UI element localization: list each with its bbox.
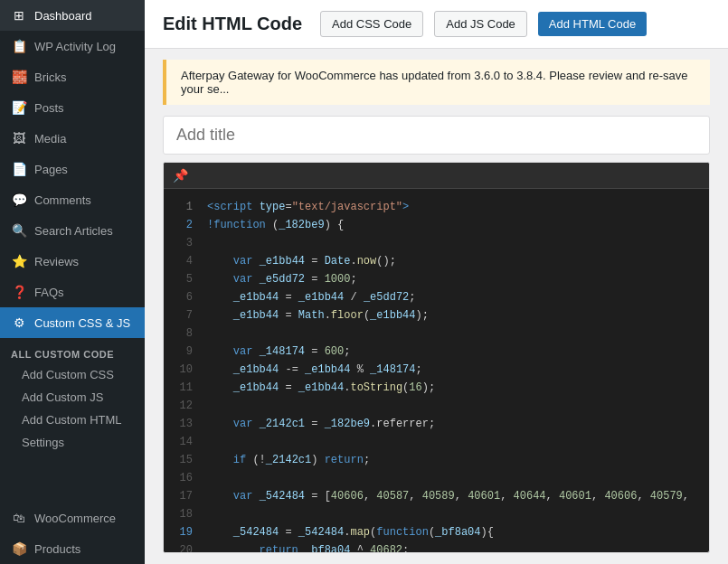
products-icon: 📦 [11,540,27,557]
add-css-button[interactable]: Add CSS Code [320,11,423,37]
sidebar: ⊞ Dashboard 📋 WP Activity Log 🧱 Bricks 📝… [0,0,145,564]
sidebar-item-products[interactable]: 📦 Products [0,533,145,564]
pages-icon: 📄 [11,161,27,177]
update-notice: Afterpay Gateway for WooCommerce has upd… [163,60,710,105]
sidebar-item-label: WP Activity Log [34,40,116,53]
sidebar-item-pages[interactable]: 📄 Pages [0,154,145,184]
bricks-icon: 🧱 [11,69,27,85]
sidebar-item-custom-css-js[interactable]: ⚙ Custom CSS & JS [0,307,145,338]
sidebar-item-label: Custom CSS & JS [34,316,130,330]
add-js-button[interactable]: Add JS Code [434,11,527,37]
sidebar-item-wp-activity-log[interactable]: 📋 WP Activity Log [0,31,145,61]
code-text[interactable]: <script type="text/javascript"> !functio… [200,189,709,552]
sidebar-sub-item-add-custom-css[interactable]: Add Custom CSS [0,363,145,386]
activity-log-icon: 📋 [11,38,27,54]
sidebar-sub-item-settings[interactable]: Settings [0,431,145,454]
sidebar-item-label: Media [34,132,66,146]
sidebar-item-woocommerce[interactable]: 🛍 WooCommerce [0,503,145,533]
code-editor: 📌 1 2 3 4 5 6 7 8 9 10 11 12 13 14 15 16 [163,162,710,553]
sidebar-item-label: Reviews [34,255,79,268]
reviews-icon: ⭐ [11,253,27,269]
title-area [163,116,710,155]
sidebar-item-label: Pages [34,163,68,176]
posts-icon: 📝 [11,99,27,116]
code-content[interactable]: 1 2 3 4 5 6 7 8 9 10 11 12 13 14 15 16 1… [164,189,709,552]
search-icon: 🔍 [11,222,27,239]
page-title: Edit HTML Code [163,14,302,34]
media-icon: 🖼 [11,130,27,146]
sidebar-item-reviews[interactable]: ⭐ Reviews [0,246,145,277]
sidebar-item-label: Products [34,542,80,556]
sidebar-item-search-articles[interactable]: 🔍 Search Articles [0,215,145,246]
sidebar-item-media[interactable]: 🖼 Media [0,123,145,154]
all-custom-code-section: All Custom Code [0,338,145,363]
title-input[interactable] [164,117,709,154]
sidebar-item-label: FAQs [34,286,64,299]
line-numbers: 1 2 3 4 5 6 7 8 9 10 11 12 13 14 15 16 1… [164,189,200,552]
sidebar-item-label: WooCommerce [34,512,116,525]
sidebar-sub-item-add-custom-js[interactable]: Add Custom JS [0,386,145,409]
pin-icon: 📌 [173,168,188,183]
faqs-icon: ❓ [11,284,27,300]
sidebar-item-dashboard[interactable]: ⊞ Dashboard [0,0,145,31]
add-html-button[interactable]: Add HTML Code [538,12,647,36]
sidebar-item-label: Posts [34,101,64,115]
page-header: Edit HTML Code Add CSS Code Add JS Code … [145,0,728,49]
sidebar-item-label: Bricks [34,70,66,84]
sidebar-sub-item-add-custom-html[interactable]: Add Custom HTML [0,409,145,431]
custom-css-js-icon: ⚙ [11,315,27,331]
woocommerce-icon: 🛍 [11,510,27,526]
editor-toolbar: 📌 [164,163,709,189]
sidebar-item-label: Dashboard [34,9,92,23]
comments-icon: 💬 [11,192,27,208]
main-content: Edit HTML Code Add CSS Code Add JS Code … [145,0,728,564]
sidebar-item-label: Search Articles [34,224,113,238]
dashboard-icon: ⊞ [11,7,27,24]
sidebar-item-label: Comments [34,193,91,207]
sidebar-item-bricks[interactable]: 🧱 Bricks [0,61,145,92]
sidebar-item-faqs[interactable]: ❓ FAQs [0,277,145,307]
sidebar-item-comments[interactable]: 💬 Comments [0,184,145,215]
sidebar-item-posts[interactable]: 📝 Posts [0,92,145,123]
